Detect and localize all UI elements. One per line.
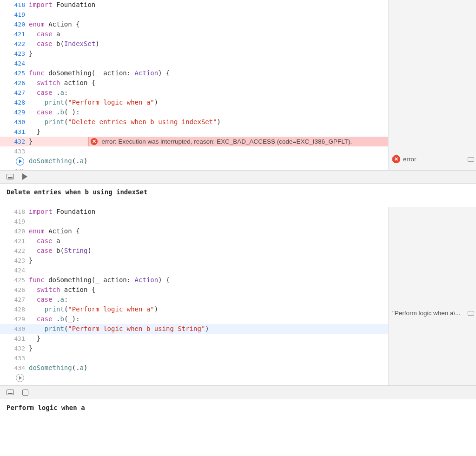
sidebar-error-row[interactable]: ✕ error bbox=[392, 154, 474, 164]
code-line[interactable]: 427 case .a: bbox=[0, 295, 388, 304]
line-number: 428 bbox=[0, 98, 29, 107]
line-number: 435 bbox=[0, 166, 29, 170]
code-line[interactable]: 421 case a bbox=[0, 236, 388, 246]
code-line[interactable]: 423} bbox=[0, 256, 388, 265]
line-number: 430 bbox=[0, 324, 29, 334]
code-line[interactable]: 433 bbox=[0, 146, 388, 156]
line-number: 418 bbox=[0, 0, 29, 10]
playground-panel-2: 418import Foundation419420enum Action {4… bbox=[0, 207, 476, 423]
code-line[interactable] bbox=[0, 373, 388, 383]
toggle-debug-area-icon[interactable] bbox=[7, 174, 14, 179]
line-number: 432 bbox=[0, 344, 29, 353]
error-icon: ✕ bbox=[392, 155, 400, 163]
code-line[interactable]: 428 print("Perform logic when a") bbox=[0, 304, 388, 314]
code-line[interactable]: 426 switch action { bbox=[0, 285, 388, 295]
line-number: 427 bbox=[0, 295, 29, 304]
code-editor-1[interactable]: 418import Foundation419420enum Action {4… bbox=[0, 0, 388, 170]
line-number: 421 bbox=[0, 236, 29, 246]
debug-toolbar-2 bbox=[0, 385, 476, 399]
code-line[interactable]: 435 bbox=[0, 166, 388, 170]
error-icon: ✕ bbox=[91, 138, 98, 145]
line-number: 428 bbox=[0, 304, 29, 314]
line-number: 423 bbox=[0, 49, 29, 59]
console-output-1[interactable]: Delete entries when b using indexSet bbox=[0, 184, 476, 207]
line-number: 430 bbox=[0, 117, 29, 127]
code-line[interactable]: 434doSomething(.a) bbox=[0, 363, 388, 373]
toggle-debug-area-icon[interactable] bbox=[7, 390, 14, 395]
line-number: 418 bbox=[0, 207, 29, 217]
code-line[interactable]: 425func doSomething(_ action: Action) { bbox=[0, 68, 388, 78]
quicklook-icon[interactable] bbox=[468, 157, 474, 162]
code-line[interactable]: 419 bbox=[0, 10, 388, 20]
run-line-icon[interactable] bbox=[16, 374, 24, 382]
inline-error-banner[interactable]: ✕error: Execution was interrupted, reaso… bbox=[88, 137, 388, 146]
sidebar-result-text: "Perform logic when a\... bbox=[392, 310, 461, 317]
code-line[interactable]: 423} bbox=[0, 49, 388, 59]
line-number: 419 bbox=[0, 10, 29, 20]
line-number: 434 bbox=[0, 363, 29, 373]
code-line[interactable]: 419 bbox=[0, 217, 388, 226]
results-sidebar-1: ✕ error bbox=[388, 0, 476, 170]
line-number: 422 bbox=[0, 39, 29, 49]
code-line[interactable]: 422 case b(IndexSet) bbox=[0, 39, 388, 49]
code-line[interactable]: doSomething(.a) bbox=[0, 156, 388, 166]
console-output-2[interactable]: Perform logic when a bbox=[0, 399, 476, 423]
code-line[interactable]: 420enum Action { bbox=[0, 20, 388, 29]
code-line[interactable]: 430 print("Delete entries when b using i… bbox=[0, 117, 388, 127]
code-line[interactable]: 420enum Action { bbox=[0, 226, 388, 236]
line-number: 424 bbox=[0, 59, 29, 68]
line-number: 421 bbox=[0, 29, 29, 39]
sidebar-error-label: error bbox=[403, 156, 416, 163]
code-line[interactable]: 425func doSomething(_ action: Action) { bbox=[0, 275, 388, 285]
line-number: 429 bbox=[0, 107, 29, 117]
debug-toolbar-1 bbox=[0, 170, 476, 184]
line-number: 425 bbox=[0, 68, 29, 78]
code-editor-2[interactable]: 418import Foundation419420enum Action {4… bbox=[0, 207, 388, 385]
code-line[interactable]: 429 case .b(_): bbox=[0, 314, 388, 324]
code-line[interactable]: 421 case a bbox=[0, 29, 388, 39]
code-line[interactable]: 424 bbox=[0, 265, 388, 275]
line-number: 422 bbox=[0, 246, 29, 256]
code-line[interactable]: 429 case .b(_): bbox=[0, 107, 388, 117]
line-number: 419 bbox=[0, 217, 29, 226]
results-sidebar-2: "Perform logic when a\... bbox=[388, 207, 476, 385]
code-line[interactable]: 431 } bbox=[0, 127, 388, 137]
line-number: 420 bbox=[0, 20, 29, 29]
line-number: 429 bbox=[0, 314, 29, 324]
line-number: 420 bbox=[0, 226, 29, 236]
line-number: 425 bbox=[0, 275, 29, 285]
code-line[interactable]: 427 case .a: bbox=[0, 88, 388, 98]
editor-wrap-2: 418import Foundation419420enum Action {4… bbox=[0, 207, 476, 385]
line-number: 431 bbox=[0, 334, 29, 344]
editor-wrap-1: 418import Foundation419420enum Action {4… bbox=[0, 0, 476, 170]
line-number: 423 bbox=[0, 256, 29, 265]
playground-panel-1: 418import Foundation419420enum Action {4… bbox=[0, 0, 476, 207]
code-line[interactable]: 433 bbox=[0, 353, 388, 363]
run-icon[interactable] bbox=[22, 173, 27, 180]
sidebar-result-row[interactable]: "Perform logic when a\... bbox=[392, 308, 474, 318]
code-line[interactable]: 430 print("Perform logic when b using St… bbox=[0, 324, 388, 334]
code-line[interactable]: 422 case b(String) bbox=[0, 246, 388, 256]
run-line-icon[interactable] bbox=[16, 157, 24, 165]
code-line[interactable]: 418import Foundation bbox=[0, 207, 388, 217]
quicklook-icon[interactable] bbox=[468, 311, 474, 316]
line-number: 432 bbox=[0, 137, 29, 146]
code-line[interactable]: 424 bbox=[0, 59, 388, 68]
line-number: 426 bbox=[0, 78, 29, 88]
line-number: 426 bbox=[0, 285, 29, 295]
stop-icon[interactable] bbox=[22, 390, 28, 396]
line-number: 431 bbox=[0, 127, 29, 137]
code-line[interactable]: 432}✕error: Execution was interrupted, r… bbox=[0, 137, 388, 146]
code-line[interactable]: 432} bbox=[0, 344, 388, 353]
inline-error-text: error: Execution was interrupted, reason… bbox=[101, 137, 352, 146]
code-line[interactable]: 431 } bbox=[0, 334, 388, 344]
code-line[interactable]: 426 switch action { bbox=[0, 78, 388, 88]
code-line[interactable]: 428 print("Perform logic when a") bbox=[0, 98, 388, 107]
code-line[interactable]: 418import Foundation bbox=[0, 0, 388, 10]
line-number: 424 bbox=[0, 265, 29, 275]
line-number: 433 bbox=[0, 353, 29, 363]
line-number: 427 bbox=[0, 88, 29, 98]
line-number: 433 bbox=[0, 146, 29, 156]
